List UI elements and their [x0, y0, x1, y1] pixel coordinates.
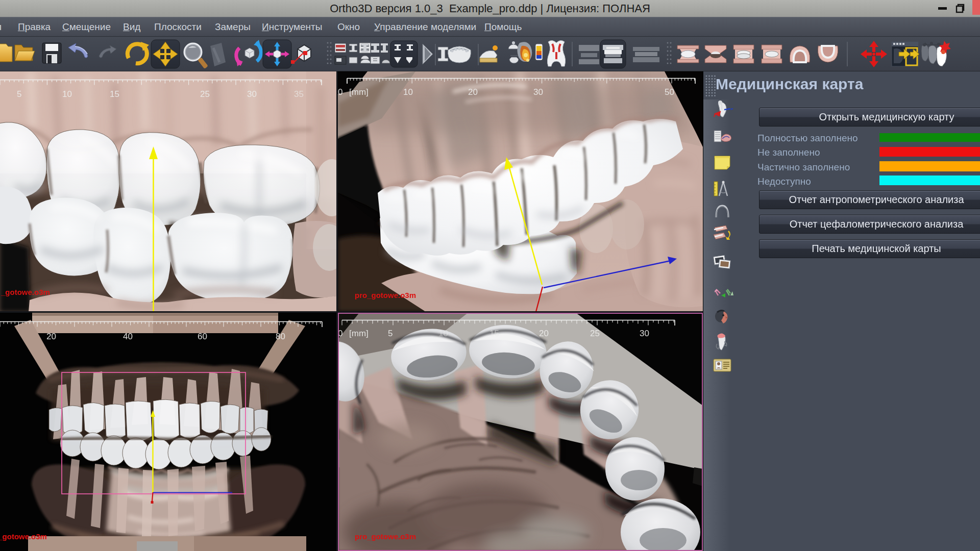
- svg-text:_gotowe.o3m: _gotowe.o3m: [0, 532, 47, 541]
- svg-text:40: 40: [123, 332, 133, 341]
- svg-text:15: 15: [110, 89, 119, 99]
- svg-text:pro_gotowe.o3m: pro_gotowe.o3m: [355, 291, 416, 299]
- svg-text:30: 30: [640, 329, 649, 338]
- svg-text:10: 10: [62, 89, 72, 99]
- svg-text:35: 35: [294, 89, 304, 99]
- svg-text:0: 0: [338, 87, 342, 97]
- svg-text:30: 30: [247, 89, 257, 99]
- svg-text:10: 10: [438, 329, 448, 338]
- svg-text:[mm]: [mm]: [349, 329, 369, 338]
- svg-text:80: 80: [276, 332, 285, 341]
- svg-text:25: 25: [590, 329, 600, 338]
- svg-text:60: 60: [198, 332, 207, 341]
- svg-text:20: 20: [539, 329, 549, 338]
- svg-text:15: 15: [489, 329, 499, 338]
- svg-text:5: 5: [17, 89, 21, 99]
- svg-text:20: 20: [468, 87, 478, 97]
- svg-text:50: 50: [665, 87, 674, 97]
- svg-text:pro_gotowe.o3m: pro_gotowe.o3m: [355, 532, 416, 541]
- svg-text:_gotowe.o3m: _gotowe.o3m: [1, 288, 50, 296]
- svg-text:25: 25: [200, 89, 210, 99]
- svg-text:5: 5: [388, 329, 393, 338]
- svg-text:30: 30: [533, 87, 543, 97]
- svg-text:20: 20: [46, 332, 56, 341]
- svg-text:[mm]: [mm]: [349, 87, 369, 97]
- svg-text:10: 10: [403, 87, 413, 97]
